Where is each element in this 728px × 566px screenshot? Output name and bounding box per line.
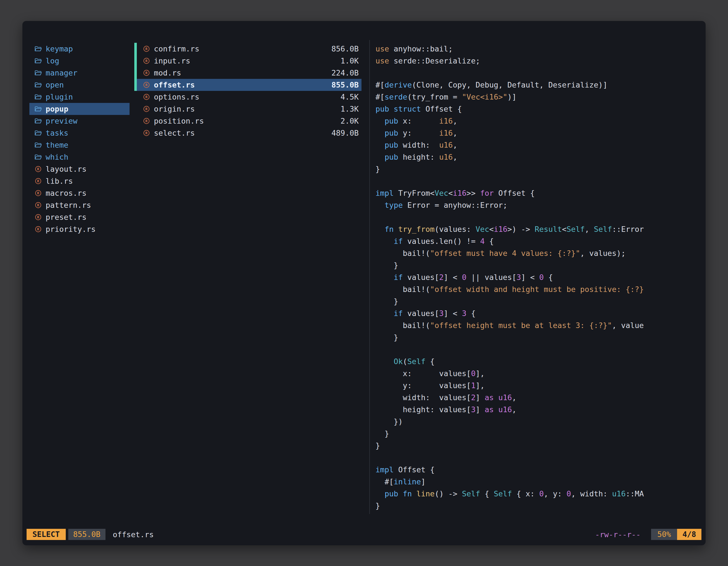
file-name: open	[46, 79, 64, 91]
parent-item-layout-rs[interactable]: Rlayout.rs	[29, 163, 130, 175]
folder-open-icon	[34, 69, 42, 77]
code-line: }	[375, 163, 701, 175]
folder-open-icon	[34, 153, 42, 161]
code-line: #[derive(Clone, Copy, Debug, Default, De…	[375, 79, 701, 91]
rust-file-icon: R	[143, 57, 150, 65]
code-line: #[serde(try_from = "Vec<i16>")]	[375, 91, 701, 103]
parent-item-preset-rs[interactable]: Rpreset.rs	[29, 211, 130, 223]
parent-item-log[interactable]: log	[29, 55, 130, 67]
file-name: preview	[46, 115, 78, 127]
current-item-input-rs[interactable]: Rinput.rs1.0K	[134, 55, 361, 67]
file-name: plugin	[46, 91, 73, 103]
file-size: 1.3K	[340, 103, 361, 115]
preview-pane[interactable]: use anyhow::bail;use serde::Deserialize;…	[375, 43, 701, 512]
rust-file-icon: R	[143, 129, 150, 137]
file-size: 1.0K	[340, 55, 361, 67]
folder-open-icon	[34, 105, 42, 113]
file-name: log	[46, 55, 59, 67]
current-item-confirm-rs[interactable]: Rconfirm.rs856.0B	[134, 43, 361, 55]
current-item-offset-rs[interactable]: Roffset.rs855.0B	[134, 79, 361, 91]
folder-open-icon	[34, 93, 42, 101]
status-right-group: -rw-r--r-- 50% 4/8	[595, 529, 701, 540]
rust-file-icon: R	[143, 69, 150, 77]
parent-item-lib-rs[interactable]: Rlib.rs	[29, 175, 130, 187]
svg-text:R: R	[145, 119, 148, 123]
rust-file-icon: R	[34, 201, 42, 209]
current-item-mod-rs[interactable]: Rmod.rs224.0B	[134, 67, 361, 79]
parent-item-keymap[interactable]: keymap	[29, 43, 130, 55]
parent-item-tasks[interactable]: tasks	[29, 127, 130, 139]
code-line: bail!("offset must have 4 values: {:?}",…	[375, 247, 701, 259]
selected-marker	[134, 67, 137, 79]
code-line: impl Offset {	[375, 464, 701, 476]
parent-item-manager[interactable]: manager	[29, 67, 130, 79]
mode-badge: SELECT	[27, 529, 66, 540]
file-name: macros.rs	[46, 187, 86, 199]
file-name: select.rs	[154, 127, 195, 139]
folder-open-icon	[34, 129, 42, 137]
folder-open-icon	[34, 57, 42, 65]
code-line: use anyhow::bail;	[375, 43, 701, 55]
selected-marker	[134, 79, 137, 91]
current-item-origin-rs[interactable]: Rorigin.rs1.3K	[134, 103, 361, 115]
current-item-options-rs[interactable]: Roptions.rs4.5K	[134, 91, 361, 103]
status-filename: offset.rs	[113, 530, 154, 539]
current-pane: Rconfirm.rs856.0BRinput.rs1.0KRmod.rs224…	[134, 43, 361, 139]
svg-text:R: R	[37, 227, 39, 231]
rust-file-icon: R	[34, 213, 42, 221]
parent-item-which[interactable]: which	[29, 151, 130, 163]
cursor-position-badge: 4/8	[677, 529, 701, 540]
file-name: which	[46, 151, 68, 163]
code-line: }	[375, 500, 701, 512]
code-line: pub struct Offset {	[375, 103, 701, 115]
parent-item-plugin[interactable]: plugin	[29, 91, 130, 103]
svg-text:R: R	[145, 59, 148, 63]
code-line: pub width: u16,	[375, 139, 701, 151]
parent-item-macros-rs[interactable]: Rmacros.rs	[29, 187, 130, 199]
rust-file-icon: R	[143, 45, 150, 53]
code-line: }	[375, 259, 701, 271]
permissions-text: -rw-r--r--	[595, 530, 641, 539]
parent-item-theme[interactable]: theme	[29, 139, 130, 151]
code-line: pub y: i16,	[375, 127, 701, 139]
code-line: if values[3] < 3 {	[375, 307, 701, 319]
status-bar: SELECT 855.0B offset.rs -rw-r--r-- 50% 4…	[27, 529, 701, 540]
file-size: 855.0B	[331, 79, 361, 91]
current-item-select-rs[interactable]: Rselect.rs489.0B	[134, 127, 361, 139]
code-line: }	[375, 427, 701, 440]
svg-text:R: R	[145, 71, 148, 75]
code-line	[375, 343, 701, 355]
code-line: }	[375, 331, 701, 343]
rust-file-icon: R	[34, 165, 42, 173]
code-line: pub fn line() -> Self { Self { x: 0, y: …	[375, 488, 701, 500]
code-line: #[inline]	[375, 476, 701, 488]
code-line: }	[375, 440, 701, 452]
current-item-position-rs[interactable]: Rposition.rs2.0K	[134, 115, 361, 127]
desktop-background: keymaplogmanageropenpluginpopuppreviewta…	[0, 0, 728, 566]
code-line: if values.len() != 4 {	[375, 235, 701, 247]
parent-item-priority-rs[interactable]: Rpriority.rs	[29, 223, 130, 235]
scroll-percent-badge: 50%	[651, 529, 677, 540]
svg-text:R: R	[145, 131, 148, 135]
code-line: Ok(Self {	[375, 355, 701, 367]
file-name: manager	[46, 67, 78, 79]
parent-item-preview[interactable]: preview	[29, 115, 130, 127]
code-line: height: values[3] as u16,	[375, 403, 701, 415]
parent-item-open[interactable]: open	[29, 79, 130, 91]
rust-file-icon: R	[34, 226, 42, 233]
file-size: 4.5K	[340, 91, 361, 103]
code-line: x: values[0],	[375, 367, 701, 379]
rust-file-icon: R	[143, 81, 150, 89]
code-line: fn try_from(values: Vec<i16>) -> Result<…	[375, 223, 701, 235]
code-line: }	[375, 295, 701, 307]
code-line: use serde::Deserialize;	[375, 55, 701, 67]
selected-marker	[134, 43, 137, 55]
file-name: keymap	[46, 43, 73, 55]
svg-text:R: R	[37, 203, 39, 207]
svg-text:R: R	[37, 167, 39, 171]
file-size: 224.0B	[331, 67, 361, 79]
parent-item-popup[interactable]: popup	[29, 103, 130, 115]
folder-open-icon	[34, 141, 42, 149]
code-line: bail!("offset width and height must be p…	[375, 283, 701, 295]
parent-item-pattern-rs[interactable]: Rpattern.rs	[29, 199, 130, 211]
